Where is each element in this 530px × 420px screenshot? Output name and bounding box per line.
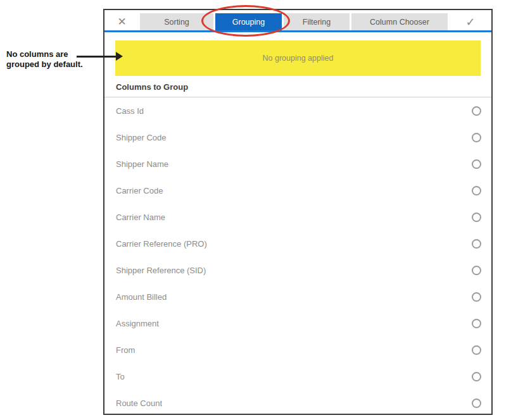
- group-radio[interactable]: [472, 213, 481, 222]
- column-label: Shipper Reference (SID): [116, 266, 206, 275]
- column-label: Carrier Code: [116, 186, 163, 195]
- group-radio[interactable]: [472, 345, 481, 355]
- close-button[interactable]: ✕: [104, 13, 139, 30]
- column-row[interactable]: Assignment: [104, 310, 491, 337]
- section-title: Columns to Group: [104, 76, 491, 97]
- group-radio[interactable]: [472, 159, 481, 169]
- column-row[interactable]: Carrier Code: [104, 177, 491, 204]
- column-label: Assignment: [116, 319, 159, 328]
- callout-arrow-line: [77, 56, 117, 58]
- column-label: Route Count: [116, 398, 162, 408]
- group-radio[interactable]: [472, 319, 481, 328]
- confirm-button[interactable]: ✓: [450, 13, 491, 30]
- group-radio[interactable]: [472, 292, 481, 302]
- group-radio[interactable]: [472, 398, 481, 408]
- tab-bar: ✕ Sorting Grouping Filtering Column Choo…: [104, 13, 491, 30]
- column-row[interactable]: From: [104, 337, 491, 363]
- group-radio[interactable]: [472, 239, 481, 249]
- group-radio[interactable]: [472, 266, 481, 275]
- group-radio[interactable]: [472, 106, 481, 116]
- tab-column-chooser[interactable]: Column Chooser: [351, 13, 448, 30]
- column-label: Carrier Reference (PRO): [116, 239, 207, 249]
- group-radio[interactable]: [472, 186, 481, 195]
- column-row[interactable]: Route Count: [104, 390, 491, 415]
- tab-grouping[interactable]: Grouping: [215, 13, 282, 30]
- column-label: Carrier Name: [116, 213, 165, 222]
- group-radio[interactable]: [472, 372, 481, 381]
- no-grouping-banner: No grouping applied: [115, 40, 481, 76]
- column-row[interactable]: Shipper Code: [104, 124, 491, 151]
- column-row[interactable]: Carrier Name: [104, 204, 491, 230]
- column-label: Cass Id: [116, 106, 144, 116]
- column-row[interactable]: Cass Id: [104, 97, 491, 124]
- checkmark-icon: ✓: [465, 15, 475, 29]
- column-label: Shipper Code: [116, 133, 167, 142]
- column-row[interactable]: Shipper Reference (SID): [104, 257, 491, 283]
- tab-underline: [104, 30, 491, 32]
- column-label: To: [116, 372, 125, 381]
- column-row[interactable]: Amount Billed: [104, 283, 491, 310]
- tab-filtering[interactable]: Filtering: [284, 13, 350, 30]
- column-row[interactable]: Carrier Reference (PRO): [104, 230, 491, 257]
- grouping-dialog: ✕ Sorting Grouping Filtering Column Choo…: [103, 9, 493, 415]
- callout-arrow-icon: [116, 52, 123, 61]
- column-row[interactable]: Shipper Name: [104, 151, 491, 177]
- column-row[interactable]: To: [104, 363, 491, 390]
- callout-note: No columns are grouped by default.: [6, 49, 86, 70]
- column-label: Amount Billed: [116, 292, 167, 302]
- column-label: From: [116, 345, 135, 355]
- tab-sorting[interactable]: Sorting: [140, 13, 213, 30]
- group-radio[interactable]: [472, 133, 481, 142]
- close-icon: ✕: [117, 15, 126, 28]
- column-label: Shipper Name: [116, 159, 168, 169]
- columns-list: Cass Id Shipper Code Shipper Name Carrie…: [104, 97, 491, 415]
